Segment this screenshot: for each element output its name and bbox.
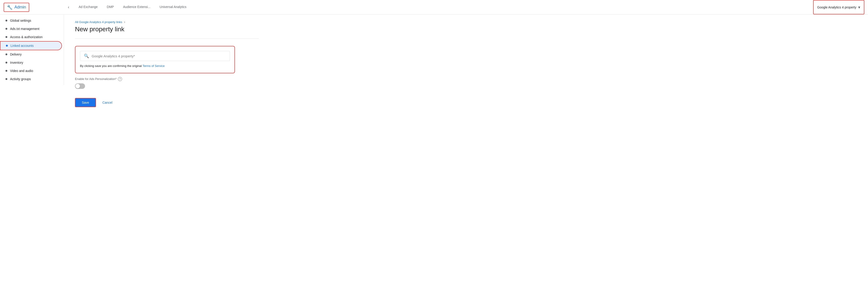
tab-universal[interactable]: Universal Analytics (155, 0, 191, 14)
help-icon[interactable]: ? (118, 77, 122, 81)
sidebar-label-global-settings: Global settings (10, 19, 31, 22)
sidebar-label-access-auth: Access & authorization (10, 35, 42, 39)
sidebar-item-ads-txt[interactable]: Ads.txt management (0, 25, 62, 33)
action-buttons: Save Cancel (75, 98, 259, 107)
divider (75, 38, 259, 39)
tab-audience-label: Audience Extensi... (123, 5, 150, 9)
sidebar-dot-activity-groups (5, 78, 7, 80)
content-inner: All Google Analytics 4 property links › … (64, 14, 270, 113)
chevron-down-icon: ▾ (858, 5, 860, 10)
tos-prefix: By clicking save you are confirming the … (80, 64, 143, 68)
top-nav: 🔧 Admin ‹ Ad Exchange DMP Audience Exten… (0, 0, 868, 14)
sidebar-dot-inventory (5, 62, 7, 64)
ads-personalization-toggle[interactable] (75, 83, 85, 89)
main-area: Global settings Ads.txt management Acces… (0, 14, 868, 307)
tos-text: By clicking save you are confirming the … (80, 64, 230, 68)
sidebar-label-delivery: Delivery (10, 53, 22, 56)
sidebar-label-ads-txt: Ads.txt management (10, 27, 39, 31)
back-arrow-icon: ‹ (68, 5, 69, 9)
sidebar-item-video-audio[interactable]: Video and audio (0, 67, 62, 75)
sidebar-label-inventory: Inventory (10, 61, 23, 64)
top-nav-left: 🔧 Admin (0, 3, 64, 12)
page-title: New property link (75, 26, 259, 33)
sidebar-dot-delivery (5, 54, 7, 55)
content-area: All Google Analytics 4 property links › … (64, 14, 868, 307)
toggle-knob (75, 84, 80, 89)
breadcrumb-separator: › (124, 20, 125, 24)
toggle-section: Enable for Ads Personalization* ? (75, 77, 235, 89)
sidebar: Global settings Ads.txt management Acces… (0, 14, 64, 85)
wrench-icon: 🔧 (7, 5, 12, 10)
sidebar-wrapper: Global settings Ads.txt management Acces… (0, 14, 64, 307)
sidebar-dot-linked-accounts (6, 45, 8, 46)
sidebar-dot-access-auth (5, 36, 7, 38)
tab-ga4-label: Google Analytics 4 property (817, 5, 856, 9)
sidebar-dot-ads-txt (5, 28, 7, 30)
toggle-label: Enable for Ads Personalization* ? (75, 77, 235, 81)
search-section: 🔍 By clicking save you are confirming th… (75, 46, 235, 73)
sidebar-label-activity-groups: Activity groups (10, 77, 31, 81)
tos-link[interactable]: Terms of Service (143, 64, 165, 68)
tab-dmp[interactable]: DMP (102, 0, 118, 14)
breadcrumb-link[interactable]: All Google Analytics 4 property links (75, 20, 122, 24)
tab-universal-label: Universal Analytics (159, 5, 186, 9)
sidebar-item-delivery[interactable]: Delivery (0, 50, 62, 59)
sidebar-item-activity-groups[interactable]: Activity groups (0, 75, 62, 83)
sidebar-label-linked-accounts: Linked accounts (10, 44, 34, 47)
save-button[interactable]: Save (75, 98, 96, 107)
search-icon: 🔍 (84, 54, 89, 59)
back-button[interactable]: ‹ (64, 3, 73, 12)
sidebar-dot-video-audio (5, 70, 7, 72)
sidebar-dot-global-settings (5, 20, 7, 22)
sidebar-item-access-auth[interactable]: Access & authorization (0, 33, 62, 41)
tab-adx-label: Ad Exchange (79, 5, 98, 9)
admin-label-text: Admin (14, 5, 26, 9)
admin-button[interactable]: 🔧 Admin (4, 3, 29, 12)
top-nav-tabs: ‹ Ad Exchange DMP Audience Extensi... Un… (64, 0, 868, 14)
toggle-label-text: Enable for Ads Personalization* (75, 77, 117, 81)
sidebar-label-video-audio: Video and audio (10, 69, 33, 73)
ga4-property-search-input[interactable] (92, 54, 226, 58)
tab-audience[interactable]: Audience Extensi... (118, 0, 155, 14)
breadcrumb: All Google Analytics 4 property links › (75, 20, 259, 24)
cancel-button[interactable]: Cancel (100, 98, 115, 107)
tab-adx[interactable]: Ad Exchange (74, 0, 102, 14)
tab-dmp-label: DMP (107, 5, 114, 9)
sidebar-item-inventory[interactable]: Inventory (0, 59, 62, 67)
sidebar-item-linked-accounts[interactable]: Linked accounts (0, 41, 62, 50)
tab-ga4-dropdown[interactable]: Google Analytics 4 property ▾ (813, 0, 864, 14)
search-input-wrapper: 🔍 (80, 51, 230, 61)
sidebar-item-global-settings[interactable]: Global settings (0, 16, 62, 25)
